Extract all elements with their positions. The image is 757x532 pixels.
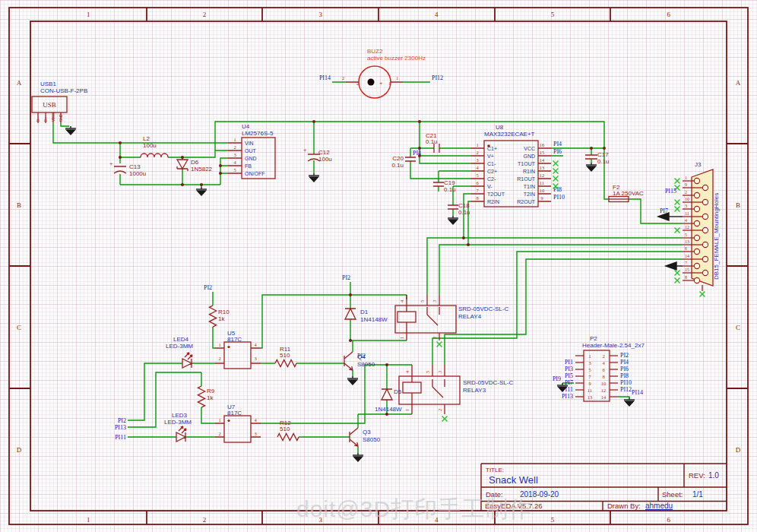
j3-pin-num: 1 [685, 176, 687, 180]
ground-icon [353, 453, 363, 461]
net-label: PI9 [553, 375, 561, 382]
u4-pin-name: ON/OFF [245, 171, 264, 176]
usb1-pin-name: GND [59, 113, 63, 122]
component-l2[interactable] [141, 154, 168, 157]
component-symbols[interactable] [32, 66, 713, 446]
u7-value: 817C [227, 410, 242, 416]
p2-pin-num: 4 [602, 360, 605, 366]
component-led3[interactable] [176, 426, 186, 442]
wire-junction [200, 183, 203, 186]
r9-ref: R9 [207, 388, 215, 394]
u8-pin-num: 12 [540, 173, 545, 178]
u8-pin-num: 15 [540, 150, 545, 155]
frame-col-index: 5 [551, 11, 555, 18]
buz2-pin: 1 [396, 75, 398, 81]
component-q4[interactable] [344, 352, 353, 370]
component-led4[interactable] [182, 353, 192, 368]
net-arrow-icon [666, 262, 676, 270]
u8-pin-num: 3 [476, 157, 478, 163]
p2-pin-num: 6 [602, 367, 605, 372]
j3-pin-num: 7 [685, 261, 687, 265]
relay3-pin-num: 3 [437, 371, 442, 373]
j3-pin-hole [694, 192, 699, 198]
c19-ref: C19 [444, 179, 455, 186]
u8-pin-num: 1 [476, 142, 478, 147]
ground-icon [309, 173, 319, 182]
u8-pin-num: 9 [540, 195, 543, 201]
component-r12[interactable] [277, 433, 299, 440]
component-r11[interactable] [275, 359, 296, 366]
p2-pin-num: 14 [601, 394, 607, 400]
j3-pin-hole [694, 206, 699, 211]
u4-pin-num: 5 [233, 167, 236, 173]
schematic-sheet[interactable]: TITLE: Snack Well REV: 1.0 Date: 2018-09… [0, 0, 757, 532]
net-label: PI14 [319, 74, 331, 81]
component-c17[interactable] [585, 155, 597, 159]
j3-pin-hole [702, 214, 708, 219]
component-labels: USB1 CON-USB-F-2PB USB L2 100u C13 1000u… [40, 48, 720, 443]
relay4-pin-num: 2 [432, 337, 437, 339]
p2-pin-num: 12 [601, 388, 607, 393]
buz2-plus: + [379, 80, 383, 87]
wire-junction [385, 413, 388, 416]
u8-pin-num: 4 [476, 165, 479, 170]
buz2-pin: 1 [388, 81, 391, 86]
c20-value: 0.1u [391, 162, 404, 169]
q3-ref: Q3 [363, 429, 371, 435]
p2-ref: P2 [590, 335, 597, 342]
p2-pin-num: 9 [588, 381, 591, 386]
component-r10[interactable] [209, 306, 216, 327]
u8-pin-num: 14 [540, 157, 545, 163]
d5-ref: D5 [394, 388, 402, 395]
c19-value: 0.1u [444, 186, 456, 193]
wire-junction [467, 243, 470, 246]
c13-value: 1000u [129, 170, 146, 177]
buz2-pin: 2 [356, 81, 359, 86]
wire-junction [349, 293, 352, 296]
net-flag-arrows [658, 213, 683, 270]
u4-ref: U4 [242, 123, 250, 130]
l2-value: 100u [143, 142, 157, 149]
wire-junction [219, 164, 222, 167]
r10-value: 1k [218, 315, 225, 322]
component-c18[interactable] [448, 205, 458, 209]
buzzer-dot [368, 79, 375, 86]
component-c13[interactable] [114, 166, 126, 173]
no-connect-icon [675, 200, 680, 205]
component-d1[interactable] [345, 309, 356, 319]
frame-row-index: D [17, 446, 22, 454]
usb1-ref: USB1 [40, 81, 56, 87]
frame-row-index: D [736, 446, 741, 454]
u8-pin-name: R2IN [487, 199, 499, 204]
component-d6[interactable] [177, 160, 188, 171]
component-d5[interactable] [382, 389, 392, 400]
p2-pin-num: 11 [588, 388, 592, 393]
c21-value: 0.1u [426, 138, 438, 145]
watermark: doit@3D打印手工制作 [296, 494, 752, 525]
j3-pin-hole [702, 185, 708, 190]
relay3-pin-num: 4 [404, 370, 410, 373]
j3-pin-num: 14 [685, 254, 689, 258]
relay3-value: SRD-05VDC-SL-C [463, 379, 513, 386]
j3-ref: J3 [695, 161, 702, 168]
component-r9[interactable] [198, 386, 204, 407]
schematic-canvas[interactable]: TITLE: Snack Well REV: 1.0 Date: 2018-09… [0, 0, 757, 532]
net-label: PI7 [660, 207, 668, 214]
u8-pin-name: R2OUT [517, 199, 535, 204]
component-relay4[interactable] [395, 295, 456, 340]
u8-ref: U8 [496, 124, 504, 131]
title-label: TITLE: [486, 467, 504, 473]
d1-value: 1N4148W [360, 316, 388, 323]
u4-pin-num: 2 [233, 144, 236, 150]
component-c19[interactable] [433, 182, 444, 186]
wire-junction [349, 339, 352, 342]
component-f2[interactable] [609, 197, 629, 202]
frame-row-index: A [17, 79, 22, 87]
u5-value: 817C [227, 336, 242, 343]
frame-row-index: B [17, 201, 21, 209]
usb1-body: USB [43, 101, 56, 109]
component-buz2[interactable] [346, 66, 403, 98]
component-q3[interactable] [350, 428, 358, 446]
net-label: PI15 [665, 188, 676, 195]
component-c20[interactable] [405, 157, 416, 161]
